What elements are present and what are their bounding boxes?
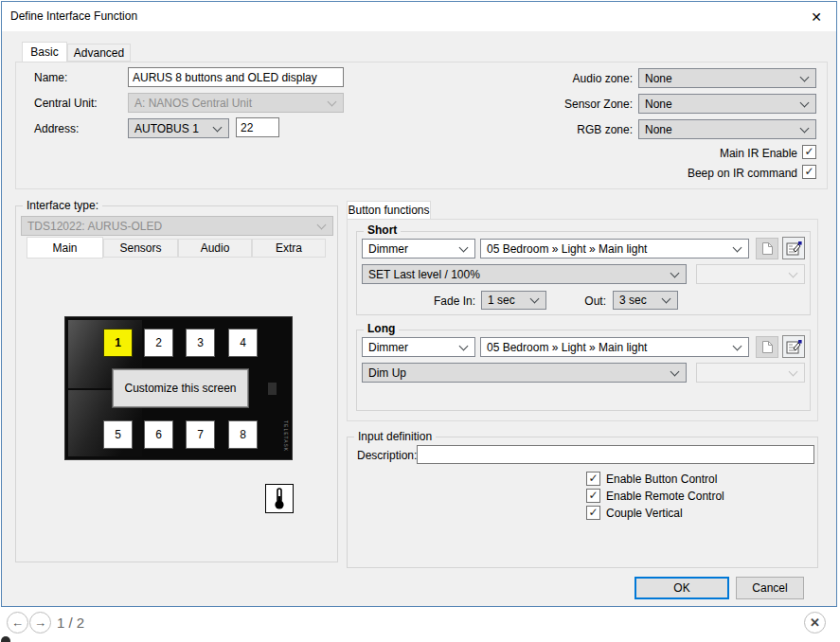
address-bus-select[interactable]: AUTOBUS 1 [128,118,229,138]
dialog-title: Define Interface Function [10,9,137,23]
enable-button-control-checkbox[interactable] [586,472,600,486]
define-interface-function-dialog: Define Interface Function ✕ Basic Advanc… [1,1,837,607]
sensor-zone-label: Sensor Zone: [494,98,633,111]
device-button-7-label: 7 [197,428,204,441]
device-button-4-label: 4 [240,336,246,349]
main-ir-enable-checkbox[interactable] [802,145,816,159]
address-label: Address: [34,122,79,135]
blank-page-glyph [761,241,774,256]
chevron-down-icon [328,97,337,106]
properties-icon[interactable] [782,335,805,358]
audio-zone-value: None [645,72,672,85]
tab-audio[interactable]: Audio [178,239,252,258]
chevron-down-icon [733,341,742,350]
sensor-zone-select[interactable]: None [638,94,816,114]
corner-dot [1,636,10,642]
tab-advanced-label: Advanced [74,46,124,60]
short-function-select[interactable]: Dimmer [362,239,475,259]
device-button-5[interactable]: 5 [103,420,133,449]
page-indicator: 1 / 2 [57,615,84,631]
chevron-down-icon [459,242,469,252]
close-circle-icon[interactable]: ✕ [804,612,826,633]
central-unit-select: A: NANOS Central Unit [128,93,344,113]
chevron-down-icon [213,122,223,132]
dialog-titlebar: Define Interface Function ✕ [2,2,836,31]
sensor-zone-value: None [645,98,672,111]
rgb-zone-label: RGB zone: [494,123,633,136]
device-button-1[interactable]: 1 [103,329,133,357]
short-extra-select [696,264,805,284]
fade-out-value: 3 sec [619,294,647,307]
chevron-down-icon [662,294,671,304]
customize-screen-button[interactable]: Customize this screen [113,369,248,407]
fade-in-label: Fade In: [400,294,475,308]
long-mode-select[interactable]: Dim Up [362,363,687,383]
cancel-button[interactable]: Cancel [736,577,804,599]
main-ir-enable-label: Main IR Enable [655,147,797,160]
long-target-select[interactable]: 05 Bedroom » Light » Main light [480,337,749,357]
short-group-label: Short [364,223,401,237]
long-target-value: 05 Bedroom » Light » Main light [487,341,647,354]
new-document-icon[interactable] [756,336,778,358]
short-mode-value: SET Last level / 100% [368,268,480,281]
address-number-input[interactable] [236,117,279,137]
short-mode-select[interactable]: SET Last level / 100% [362,264,687,284]
long-function-value: Dimmer [368,341,408,354]
device-button-7[interactable]: 7 [186,420,215,449]
device-button-6[interactable]: 6 [144,420,173,449]
chevron-down-icon [789,268,798,277]
tab-extra[interactable]: Extra [252,239,326,258]
tab-sensors[interactable]: Sensors [103,239,178,258]
properties-icon[interactable] [782,237,805,259]
tab-extra-label: Extra [276,241,302,255]
tab-main-label: Main [52,241,77,255]
tab-button-functions-label: Button functions [348,204,429,217]
short-target-select[interactable]: 05 Bedroom » Light » Main light [480,239,749,259]
device-button-5-label: 5 [115,428,121,441]
fade-out-label: Out: [532,294,606,308]
description-label: Description: [357,449,417,462]
rgb-zone-value: None [645,123,672,136]
thermometer-icon[interactable] [265,484,294,513]
couple-vertical-checkbox[interactable] [586,506,600,520]
chevron-down-icon [670,268,680,277]
name-label: Name: [34,71,67,84]
tab-basic-label: Basic [30,45,58,59]
device-button-3[interactable]: 3 [186,329,215,357]
interface-type-label: Interface type: [23,199,102,212]
close-icon[interactable]: ✕ [808,9,825,26]
device-button-2-label: 2 [155,336,162,349]
next-arrow-icon[interactable]: → [29,612,51,633]
ok-button[interactable]: OK [634,577,729,599]
device-button-8[interactable]: 8 [228,420,258,449]
thermometer-glyph [273,488,286,510]
prev-arrow-icon[interactable]: ← [7,612,28,633]
device-button-4[interactable]: 4 [228,329,258,357]
tab-advanced[interactable]: Advanced [67,44,131,62]
central-unit-value: A: NANOS Central Unit [134,97,252,110]
audio-zone-select[interactable]: None [638,68,816,88]
chevron-down-icon [800,98,810,107]
long-function-select[interactable]: Dimmer [362,337,475,357]
tab-sensors-label: Sensors [119,241,161,255]
tab-audio-label: Audio [201,241,230,255]
chevron-down-icon [459,341,469,350]
enable-remote-control-checkbox[interactable] [586,489,600,503]
name-input[interactable] [128,67,344,87]
tab-main[interactable]: Main [27,237,103,259]
beep-ir-checkbox[interactable] [802,165,816,179]
beep-ir-label: Beep on IR command [655,167,797,180]
new-document-icon[interactable] [756,238,778,259]
rgb-zone-select[interactable]: None [638,119,816,139]
input-definition-label: Input definition [354,430,436,443]
device-preview: 1 2 3 4 Customize this screen 5 6 7 8 TE… [64,316,293,460]
tab-basic[interactable]: Basic [22,42,67,62]
interface-type-value: TDS12022: AURUS-OLED [27,220,162,233]
device-button-2[interactable]: 2 [144,329,173,357]
properties-glyph [786,241,802,256]
tab-button-functions[interactable]: Button functions [347,201,431,220]
fade-out-select[interactable]: 3 sec [613,291,678,310]
audio-zone-label: Audio zone: [494,72,633,85]
description-input[interactable] [417,445,814,464]
chevron-down-icon [800,123,810,133]
